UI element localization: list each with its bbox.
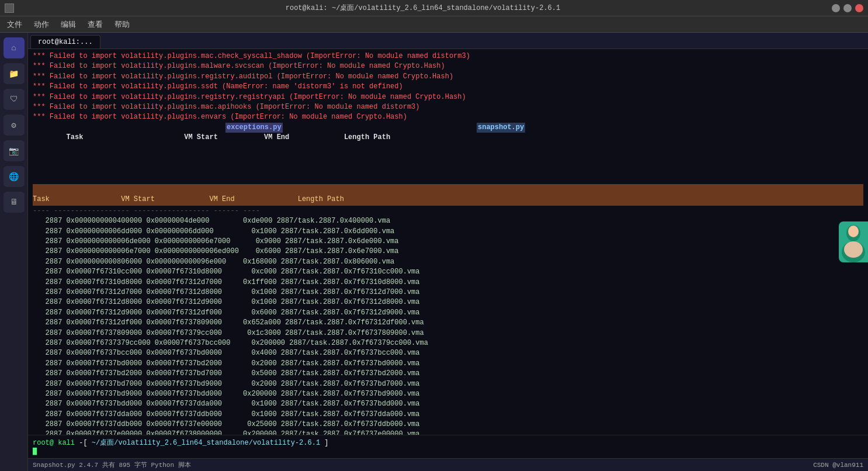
minimize-button[interactable] [832, 4, 840, 12]
prompt-user: root@ [33, 439, 54, 447]
data-row-13: 2887 0x00007f6737bcc000 0x00007f6737bd00… [33, 348, 863, 358]
data-row-15: 2887 0x00007f6737bd2000 0x00007f6737bd70… [33, 369, 863, 379]
float-avatar [839, 221, 868, 262]
window-controls[interactable] [832, 4, 863, 12]
statusbar-left: Snapshot.py 2.4.7 共有 895 字节 Python 脚本 [33, 460, 191, 469]
data-row-18: 2887 0x00007f6737bdd000 0x00007f6737dda0… [33, 399, 863, 409]
data-row-21: 2887 0x00007f6737e00000 0x00007f67380000… [33, 430, 863, 435]
menu-help[interactable]: 帮助 [110, 18, 134, 31]
sidebar-camera-icon[interactable]: 📷 [4, 140, 25, 161]
header-task-label: Task VM Start VM End Length Path [67, 133, 391, 141]
prompt-separator: -[ [79, 439, 87, 447]
data-row-0: 2887 0x0000000000400000 0x00000004de000 … [33, 216, 863, 226]
terminal[interactable]: root@kali:... *** Failed to import volat… [28, 33, 868, 471]
sidebar-folder-icon[interactable]: 📁 [4, 63, 25, 84]
error-line-2: *** Failed to import volatility.plugins.… [33, 72, 863, 82]
data-row-12: 2887 0x00007f6737379cc000 0x00007f6737bc… [33, 338, 863, 348]
data-row-8: 2887 0x00007f67312d8000 0x00007f67312d90… [33, 297, 863, 307]
column-header-row: Task VM Start VM End Length Path [33, 184, 863, 206]
menu-action[interactable]: 动作 [29, 18, 54, 31]
menu-file[interactable]: 文件 [2, 18, 27, 31]
data-row-4: 2887 0x0000000000806000 0x0000000000096e… [33, 257, 863, 267]
data-row-17: 2887 0x00007f6737bd9000 0x00007f6737bdd0… [33, 389, 863, 399]
error-line-3: *** Failed to import volatility.plugins.… [33, 82, 863, 92]
win-icon [5, 4, 14, 13]
menu-view[interactable]: 查看 [83, 18, 107, 31]
sidebar-settings-icon[interactable]: ⚙ [4, 115, 25, 136]
close-button[interactable] [855, 4, 863, 12]
terminal-output: *** Failed to import volatility.plugins.… [28, 49, 868, 435]
sidebar-monitor-icon[interactable]: 🖥 [4, 192, 25, 213]
prompt-area[interactable]: root@ kali -[ ~/桌面/volatility_2.6_lin64_… [28, 435, 868, 458]
prompt-path: ~/桌面/volatility_2.6_lin64_standalone/vol… [92, 439, 320, 447]
sidebar: ⌂ 📁 🛡 ⚙ 📷 🌐 🖥 [0, 33, 28, 471]
prompt-host: kali [58, 439, 75, 447]
tab-bar: root@kali:... [28, 33, 868, 49]
data-row-16: 2887 0x00007f6737bd7000 0x00007f6737bd90… [33, 379, 863, 389]
menubar: 文件 动作 编辑 查看 帮助 [0, 16, 868, 33]
data-row-11: 2887 0x00007f6737809000 0x00007f67379cc0… [33, 328, 863, 338]
error-line-6: *** Failed to import volatility.plugins.… [33, 112, 863, 122]
prompt-cursor: █ [33, 448, 37, 456]
titlebar: root@kali: ~/桌面/volatility_2.6_lin64_sta… [0, 0, 868, 16]
prompt-close-bracket: ] [324, 439, 328, 447]
separator-line: ---- ------------------ ----------------… [33, 206, 863, 216]
sidebar-network-icon[interactable]: 🌐 [4, 166, 25, 187]
data-row-14: 2887 0x00007f6737bd0000 0x00007f6737bd20… [33, 359, 863, 369]
maximize-button[interactable] [843, 4, 852, 12]
terminal-tab-0[interactable]: root@kali:... [30, 35, 100, 49]
data-row-2: 2887 0x0000000000006de000 0x00000000006e… [33, 237, 863, 247]
data-row-19: 2887 0x00007f6737dda000 0x00007f6737ddb0… [33, 410, 863, 420]
error-line-1: *** Failed to import volatility.plugins.… [33, 61, 863, 71]
statusbar-right: CSDN @vlan911 [813, 462, 863, 469]
exceptions-highlight: exceptions.py [225, 123, 283, 133]
data-row-10: 2887 0x00007f67312df000 0x00007f67378090… [33, 318, 863, 328]
table-header-line: Task VM Start VM End Length Path excepti… [33, 123, 863, 183]
data-row-9: 2887 0x00007f67312d9000 0x00007f67312df0… [33, 308, 863, 318]
data-row-6: 2887 0x00007f67310d8000 0x00007f67312d70… [33, 278, 863, 288]
error-line-4: *** Failed to import volatility.plugins.… [33, 92, 863, 102]
statusbar: Snapshot.py 2.4.7 共有 895 字节 Python 脚本 CS… [28, 458, 868, 471]
window-title: root@kali: ~/桌面/volatility_2.6_lin64_sta… [14, 3, 832, 13]
data-row-20: 2887 0x00007f6737ddb000 0x00007f6737e000… [33, 420, 863, 430]
error-line-5: *** Failed to import volatility.plugins.… [33, 102, 863, 112]
sidebar-home-icon[interactable]: ⌂ [4, 37, 25, 58]
data-row-3: 2887 0x0000000000006e7000 0x000000000000… [33, 247, 863, 257]
svg-point-2 [848, 226, 859, 237]
main-layout: ⌂ 📁 🛡 ⚙ 📷 🌐 🖥 root@kali:... *** Failed t… [0, 33, 868, 471]
menu-edit[interactable]: 编辑 [56, 18, 81, 31]
svg-rect-4 [849, 244, 857, 254]
data-row-7: 2887 0x00007f67312d7000 0x00007f67312d80… [33, 288, 863, 297]
error-line-0: *** Failed to import volatility.plugins.… [33, 51, 863, 61]
data-row-1: 2887 0x00000000006dd000 0x000000006dd000… [33, 227, 863, 237]
data-row-5: 2887 0x00007f67310cc000 0x00007f67310d80… [33, 267, 863, 277]
snapshot-highlight: snapshot.py [477, 123, 525, 133]
sidebar-shield-icon[interactable]: 🛡 [4, 89, 25, 110]
